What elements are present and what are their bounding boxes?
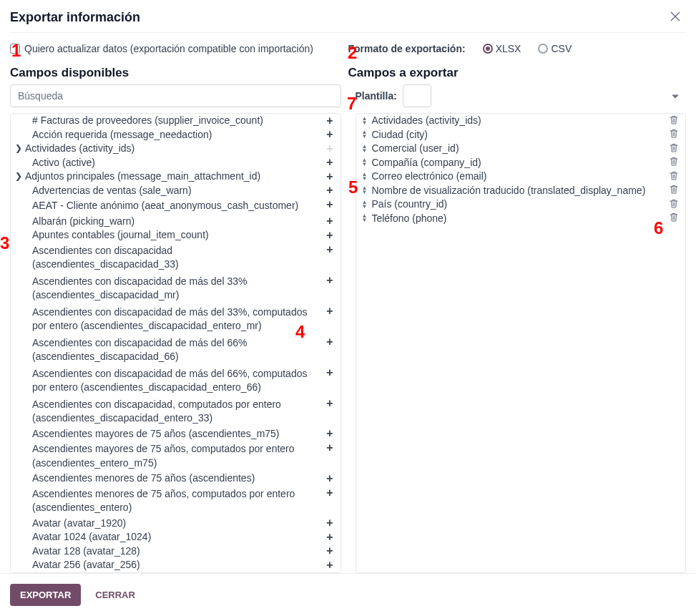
add-field-icon: +	[325, 143, 334, 155]
available-field-item[interactable]: Ascendientes con discapacidad de más del…	[11, 304, 340, 335]
available-field-item[interactable]: Avatar 1024 (avatar_1024)+	[11, 530, 340, 544]
field-label: AEAT - Cliente anónimo (aeat_anonymous_c…	[29, 199, 325, 213]
chevron-right-icon[interactable]: ❯	[15, 170, 22, 184]
drag-handle-icon[interactable]: ▲▼	[362, 117, 371, 125]
export-field-label: Correo electrónico (email)	[370, 170, 668, 184]
add-field-icon[interactable]: +	[325, 336, 334, 348]
field-label: Advertencias de ventas (sale_warn)	[29, 184, 325, 198]
export-format-row: Formato de exportación: XLSX CSV	[348, 43, 687, 54]
add-field-icon[interactable]: +	[325, 559, 334, 571]
available-field-item[interactable]: Ascendientes mayores de 75 años, computa…	[11, 441, 340, 471]
trash-icon[interactable]	[668, 185, 680, 196]
add-field-icon[interactable]: +	[325, 215, 334, 227]
add-field-icon[interactable]: +	[325, 157, 334, 168]
available-field-item[interactable]: Ascendientes con discapacidad, computado…	[11, 396, 340, 427]
add-field-icon[interactable]: +	[325, 473, 334, 484]
add-field-icon[interactable]: +	[325, 517, 334, 529]
available-field-item[interactable]: Albarán (picking_warn)+	[11, 215, 340, 229]
drag-handle-icon[interactable]: ▲▼	[362, 200, 371, 209]
add-field-icon[interactable]: +	[325, 305, 334, 317]
trash-icon[interactable]	[668, 171, 680, 182]
available-field-item[interactable]: Ascendientes con discapacidad (ascendien…	[11, 243, 340, 273]
export-field-label: Actividades (activity_ids)	[370, 114, 668, 128]
drag-handle-icon[interactable]: ▲▼	[362, 186, 371, 195]
close-icon[interactable]	[669, 10, 682, 25]
drag-handle-icon[interactable]: ▲▼	[362, 158, 371, 167]
available-field-item[interactable]: Avatar (avatar_1920)+	[11, 517, 340, 531]
drag-handle-icon[interactable]: ▲▼	[362, 214, 371, 223]
add-field-icon[interactable]: +	[325, 428, 334, 439]
add-field-icon[interactable]: +	[325, 171, 334, 182]
add-field-icon[interactable]: +	[325, 398, 334, 409]
available-field-item[interactable]: ❯Adjuntos principales (message_main_atta…	[11, 170, 340, 184]
add-field-icon[interactable]: +	[325, 185, 334, 196]
export-field-item[interactable]: ▲▼Nombre de visualización traducido (tra…	[356, 184, 686, 198]
format-option-xlsx[interactable]: XLSX	[483, 43, 521, 54]
available-field-item[interactable]: Ascendientes menores de 75 años, computa…	[11, 486, 340, 517]
export-field-item[interactable]: ▲▼Compañía (company_id)	[356, 156, 686, 170]
update-data-checkbox[interactable]	[10, 44, 20, 54]
template-select[interactable]	[403, 84, 431, 107]
available-field-item[interactable]: Ascendientes con discapacidad de más del…	[11, 273, 340, 304]
available-field-item[interactable]: Ascendientes con discapacidad de más del…	[11, 335, 340, 366]
available-field-item[interactable]: Avatar 256 (avatar_256)+	[11, 558, 340, 572]
available-field-item[interactable]: Acción requerida (message_needaction)+	[11, 128, 340, 142]
trash-icon[interactable]	[668, 212, 680, 224]
available-field-item[interactable]: Avatar 128 (avatar_128)+	[11, 544, 340, 559]
search-input[interactable]	[10, 84, 341, 107]
update-data-label: Quiero actualizar datos (exportación com…	[24, 43, 313, 54]
field-label: Apuntes contables (journal_item_count)	[29, 228, 325, 243]
available-field-item[interactable]: Ascendientes menores de 75 años (ascendi…	[11, 471, 340, 486]
drag-handle-icon[interactable]: ▲▼	[362, 145, 371, 153]
radio-icon	[483, 44, 493, 54]
export-field-item[interactable]: ▲▼Teléfono (phone)	[356, 212, 686, 226]
add-field-icon[interactable]: +	[325, 129, 334, 140]
export-field-label: País (country_id)	[370, 197, 668, 212]
format-option-csv[interactable]: CSV	[538, 43, 572, 54]
available-fields-list[interactable]: # Facturas de proveedores (supplier_invo…	[10, 113, 341, 573]
available-field-item[interactable]: ❯Actividades (activity_ids)+	[11, 142, 340, 156]
available-field-item[interactable]: Apuntes contables (journal_item_count)+	[11, 228, 340, 243]
available-field-item[interactable]: Advertencias de ventas (sale_warn)+	[11, 184, 340, 198]
trash-icon[interactable]	[668, 157, 680, 168]
available-field-item[interactable]: Ascendientes con discapacidad de más del…	[11, 366, 340, 396]
field-label: Avatar (avatar_1920)	[29, 517, 325, 531]
export-fields-list[interactable]: ▲▼Actividades (activity_ids)▲▼Ciudad (ci…	[356, 113, 687, 573]
add-field-icon[interactable]: +	[325, 199, 334, 210]
field-label: Albarán (picking_warn)	[29, 215, 325, 229]
trash-icon[interactable]	[668, 115, 680, 127]
field-label: Ascendientes menores de 75 años (ascendi…	[29, 471, 325, 486]
export-field-item[interactable]: ▲▼Comercial (user_id)	[356, 142, 686, 156]
add-field-icon[interactable]: +	[325, 275, 334, 286]
available-field-item[interactable]: Ascendientes mayores de 75 años (ascendi…	[11, 427, 340, 441]
export-field-item[interactable]: ▲▼Correo electrónico (email)	[356, 170, 686, 184]
add-field-icon[interactable]: +	[325, 532, 334, 543]
export-field-item[interactable]: ▲▼Ciudad (city)	[356, 128, 686, 142]
field-label: Avatar 256 (avatar_256)	[29, 558, 325, 572]
update-data-checkbox-row[interactable]: Quiero actualizar datos (exportación com…	[10, 43, 348, 54]
add-field-icon[interactable]: +	[325, 442, 334, 454]
add-field-icon[interactable]: +	[325, 367, 334, 378]
trash-icon[interactable]	[668, 199, 680, 210]
add-field-icon[interactable]: +	[325, 230, 334, 241]
available-field-item[interactable]: Avatar 512 (avatar_512)+	[11, 572, 340, 574]
available-field-item[interactable]: Activo (active)+	[11, 156, 340, 170]
chevron-right-icon[interactable]: ❯	[15, 142, 22, 156]
add-field-icon[interactable]: +	[325, 115, 334, 127]
add-field-icon[interactable]: +	[325, 244, 334, 255]
drag-handle-icon[interactable]: ▲▼	[362, 130, 371, 139]
available-field-item[interactable]: # Facturas de proveedores (supplier_invo…	[11, 114, 340, 128]
export-field-item[interactable]: ▲▼Actividades (activity_ids)	[356, 114, 686, 128]
trash-icon[interactable]	[668, 143, 680, 155]
add-field-icon[interactable]: +	[325, 545, 334, 557]
add-field-icon[interactable]: +	[325, 487, 334, 499]
cancel-button[interactable]: CERRAR	[88, 584, 142, 606]
field-label: # Facturas de proveedores (supplier_invo…	[29, 114, 325, 128]
available-field-item[interactable]: AEAT - Cliente anónimo (aeat_anonymous_c…	[11, 197, 340, 215]
drag-handle-icon[interactable]: ▲▼	[362, 172, 371, 181]
field-label: Ascendientes menores de 75 años, computa…	[29, 487, 325, 515]
export-field-item[interactable]: ▲▼País (country_id)	[356, 197, 686, 212]
field-label: Avatar 512 (avatar_512)	[29, 572, 325, 574]
export-button[interactable]: EXPORTAR	[10, 584, 81, 606]
trash-icon[interactable]	[668, 129, 680, 140]
